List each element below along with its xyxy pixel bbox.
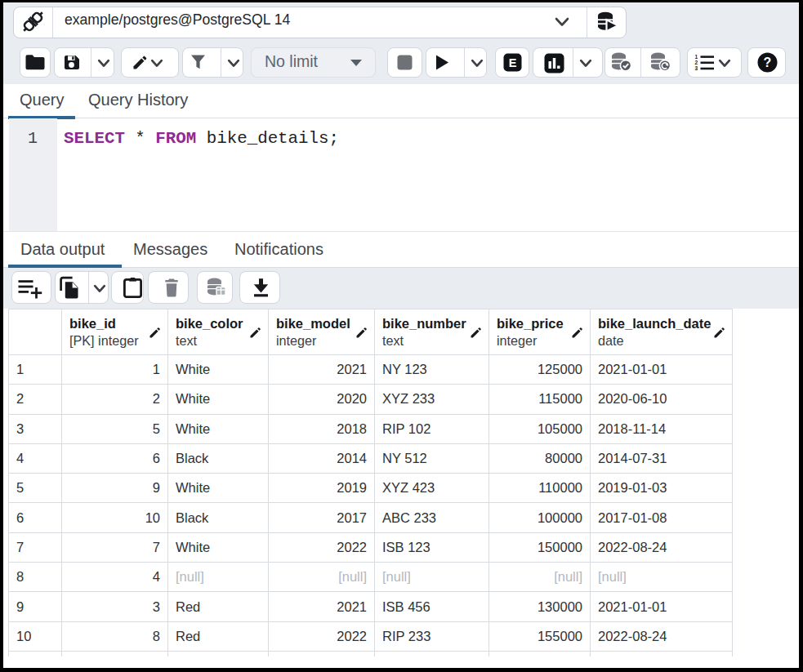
svg-text:?: ? <box>764 56 772 69</box>
svg-text:E: E <box>509 56 517 69</box>
svg-text:3: 3 <box>695 65 698 71</box>
svg-text:1: 1 <box>695 54 698 60</box>
svg-text:2: 2 <box>695 60 698 65</box>
